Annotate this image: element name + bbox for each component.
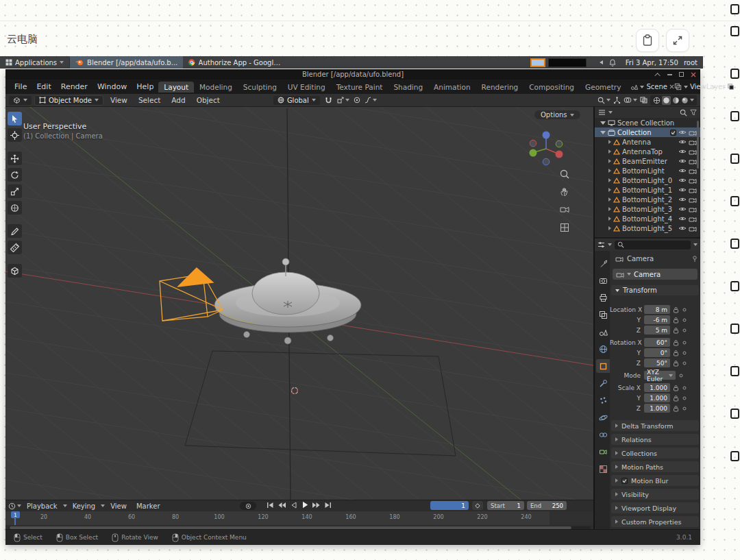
animate-icon[interactable]: [682, 396, 687, 400]
menu-window[interactable]: Window: [92, 82, 132, 91]
show-overlays-toggle[interactable]: [624, 97, 637, 104]
tool-scale[interactable]: [8, 184, 22, 198]
lock-icon[interactable]: [673, 350, 679, 356]
tool-rotate[interactable]: [8, 168, 22, 182]
menu-select[interactable]: Select: [134, 96, 164, 104]
animate-icon[interactable]: [682, 351, 687, 355]
outliner-scrollbar[interactable]: [697, 121, 699, 169]
tab-particles[interactable]: [596, 393, 610, 407]
animate-icon[interactable]: [682, 341, 687, 345]
outliner-object-row[interactable]: BeamEmitter: [595, 156, 700, 166]
outliner-row-scene-collection[interactable]: Scene Collection: [595, 118, 700, 127]
playhead-frame-tag[interactable]: 1: [11, 511, 20, 518]
expand-icon[interactable]: [608, 197, 611, 202]
menu-file[interactable]: File: [10, 82, 32, 91]
play-button[interactable]: [301, 501, 308, 509]
location-y-input[interactable]: -6 m: [644, 315, 670, 324]
tool-annotate[interactable]: [8, 224, 22, 238]
xray-toggle[interactable]: [640, 97, 648, 104]
expand-icon[interactable]: [608, 207, 611, 211]
outliner-editor-icon[interactable]: [598, 109, 606, 116]
bell-icon[interactable]: [609, 59, 616, 66]
blender-titlebar[interactable]: Blender [/app/data/ufo.blend]: [5, 69, 700, 80]
tool-transform[interactable]: [8, 201, 22, 215]
tab-scene[interactable]: [596, 325, 610, 339]
hide-viewport-toggle[interactable]: [678, 187, 687, 193]
tab-object-data[interactable]: [596, 445, 610, 459]
tab-render[interactable]: [596, 273, 610, 287]
outliner-object-row[interactable]: BottomLight_1: [595, 185, 700, 195]
menu-playback[interactable]: Playback: [23, 502, 62, 510]
scale-y-input[interactable]: 1.000: [644, 393, 670, 402]
disable-render-toggle[interactable]: [689, 158, 697, 165]
outliner-search-icon[interactable]: [680, 109, 687, 117]
breadcrumb-label[interactable]: Camera: [627, 255, 689, 263]
disable-render-toggle[interactable]: [689, 206, 697, 212]
menu-edit[interactable]: Edit: [32, 82, 56, 91]
proportional-falloff[interactable]: [365, 97, 377, 104]
expand-icon[interactable]: [608, 169, 611, 173]
animate-icon[interactable]: [682, 328, 687, 332]
scene-selector[interactable]: Scene: [630, 83, 674, 90]
show-gizmo-toggle[interactable]: [613, 97, 621, 104]
section-viewport-display[interactable]: Viewport Display: [611, 502, 699, 513]
hide-viewport-toggle[interactable]: [678, 216, 687, 221]
proportional-edit-toggle[interactable]: [352, 97, 362, 104]
lock-icon[interactable]: [673, 306, 679, 313]
disable-render-toggle[interactable]: [689, 226, 697, 232]
timeline-ruler[interactable]: 20 40 60 80 100 120 140 160 180 200 220 …: [5, 511, 593, 525]
animate-icon[interactable]: [682, 406, 687, 411]
jump-to-end-button[interactable]: [324, 502, 332, 509]
menu-render[interactable]: Render: [56, 82, 92, 91]
outliner-object-row[interactable]: BottomLight_3: [595, 204, 700, 214]
lock-icon[interactable]: [673, 360, 679, 367]
filter-icon[interactable]: [690, 109, 697, 116]
hide-viewport-toggle[interactable]: [678, 139, 687, 145]
outliner-object-row[interactable]: BottomLight_5: [595, 223, 700, 233]
window-preview[interactable]: [548, 58, 587, 67]
end-frame-input[interactable]: End 250: [527, 501, 567, 510]
animate-icon[interactable]: [682, 308, 687, 312]
tab-world[interactable]: [596, 342, 610, 356]
tab-layout[interactable]: Layout: [158, 82, 194, 93]
tab-rendering[interactable]: Rendering: [476, 82, 524, 93]
properties-search[interactable]: [615, 241, 691, 249]
rotation-x-input[interactable]: 60°: [644, 338, 670, 347]
outliner-object-row[interactable]: BottomLight_2: [595, 195, 700, 204]
properties-options-caret[interactable]: [693, 243, 698, 246]
snap-settings[interactable]: [337, 97, 349, 104]
keyframe-button[interactable]: [472, 501, 483, 510]
camera-object[interactable]: [160, 268, 223, 321]
outliner-object-row[interactable]: AntennaTop: [595, 147, 700, 156]
tab-physics[interactable]: [596, 411, 610, 424]
outliner-object-row[interactable]: BottomLight: [595, 166, 700, 175]
zoom-button[interactable]: [558, 167, 571, 181]
applications-menu[interactable]: Applications: [0, 56, 69, 69]
lock-icon[interactable]: [673, 405, 679, 412]
rotation-mode-select[interactable]: XYZ Euler: [644, 371, 676, 380]
section-delta-transform[interactable]: Delta Transform: [611, 420, 699, 431]
rotation-y-input[interactable]: 0°: [644, 348, 670, 357]
copy-icon[interactable]: [728, 84, 734, 90]
expand-icon[interactable]: [600, 121, 606, 125]
hide-viewport-toggle[interactable]: [678, 178, 687, 183]
disable-render-toggle[interactable]: [689, 139, 697, 145]
object-name-field[interactable]: Camera: [613, 269, 698, 280]
scale-x-input[interactable]: 1.000: [644, 383, 670, 392]
shading-material-icon[interactable]: [672, 97, 680, 104]
pan-button[interactable]: [558, 185, 571, 199]
scale-z-input[interactable]: 1.000: [644, 404, 670, 413]
tool-cursor[interactable]: [8, 128, 22, 142]
ufo-model[interactable]: [214, 258, 361, 344]
expand-icon[interactable]: [608, 140, 611, 144]
animate-icon[interactable]: [682, 386, 687, 390]
outliner-row-collection[interactable]: Collection: [595, 127, 700, 137]
checkbox-icon[interactable]: [670, 130, 676, 136]
tab-geometry-nodes[interactable]: Geometry: [580, 82, 626, 93]
viewport-3d[interactable]: User Perspective (1) Collection | Camera…: [5, 107, 593, 500]
lock-icon[interactable]: [673, 395, 679, 402]
section-custom-properties[interactable]: Custom Properties: [611, 516, 699, 527]
panel-arrow-icon[interactable]: [599, 60, 604, 65]
editor-type-button[interactable]: [9, 96, 32, 105]
menu-view-timeline[interactable]: View: [106, 502, 131, 510]
